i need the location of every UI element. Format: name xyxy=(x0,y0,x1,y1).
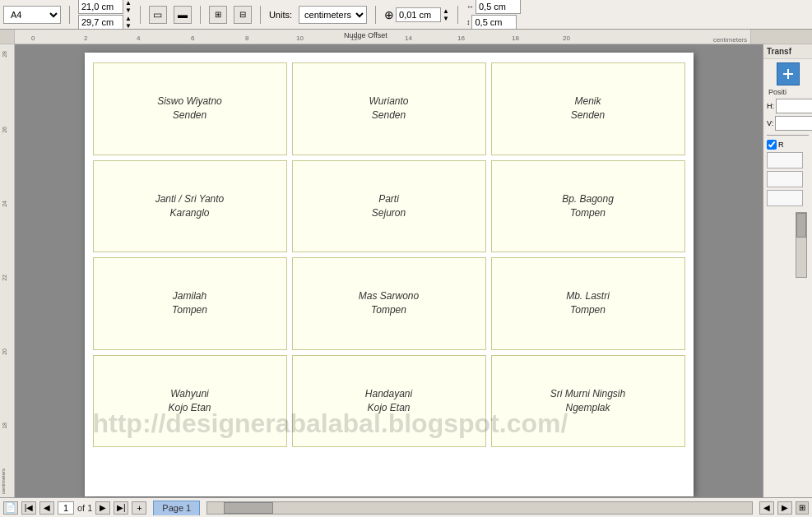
transform-panel: Transf Positi H: V: xyxy=(763,44,812,497)
label-cell-2[interactable]: MenikSenden xyxy=(491,62,685,155)
paper-size-select[interactable]: A4 xyxy=(3,6,61,24)
label-location-3: Karanglo xyxy=(169,206,209,220)
label-name-1: Wurianto xyxy=(369,95,408,108)
scrollbar-thumb[interactable] xyxy=(796,213,806,238)
landscape-btn[interactable]: ▬ xyxy=(174,6,192,24)
portrait-btn[interactable]: ▭ xyxy=(149,6,167,24)
page: Siswo WiyatnoSendenWuriantoSendenMenikSe… xyxy=(85,53,694,496)
snap-spinners: ▲ ▼ xyxy=(443,7,449,22)
v-scrollbar-container xyxy=(767,209,809,278)
first-page-btn[interactable]: |◀ xyxy=(21,501,36,515)
label-cell-5[interactable]: Bp. BagongTompen xyxy=(491,160,685,253)
next-page-btn[interactable]: ▶ xyxy=(95,501,110,515)
label-cell-9[interactable]: WahyuniKojo Etan xyxy=(93,355,287,448)
height-up-icon[interactable]: ▲ xyxy=(125,15,132,22)
empty-box-3 xyxy=(767,190,803,206)
height-down-icon[interactable]: ▼ xyxy=(125,22,132,30)
ruler-horizontal: Nudge Offset 0 2 4 6 8 10 12 14 16 18 20… xyxy=(0,30,812,44)
height-spinners: ▲ ▼ xyxy=(125,15,132,30)
page-number-input[interactable] xyxy=(58,501,74,515)
label-cell-1[interactable]: WuriantoSenden xyxy=(292,62,486,155)
label-name-9: Wahyuni xyxy=(170,387,208,401)
snap-down-icon[interactable]: ▼ xyxy=(443,15,449,22)
y-dim-icon: ↕ xyxy=(466,18,471,26)
x-dim-icon: ↔ xyxy=(466,2,474,11)
snap-input[interactable] xyxy=(396,7,441,22)
label-cell-8[interactable]: Mb. LastriTompen xyxy=(491,257,685,350)
page-icon: 📄 xyxy=(3,501,18,515)
h-scrollbar-thumb[interactable] xyxy=(224,502,273,514)
toolbar-separator-3 xyxy=(200,6,201,24)
label-cell-10[interactable]: HandayaniKojo Etan xyxy=(292,355,486,448)
width-up-icon[interactable]: ▲ xyxy=(125,0,132,7)
v-field-row: V: xyxy=(767,116,809,131)
xy-dim-group: ↔ ↕ xyxy=(466,0,521,30)
units-select[interactable]: centimeters xyxy=(299,6,367,24)
label-grid: Siswo WiyatnoSendenWuriantoSendenMenikSe… xyxy=(93,62,685,447)
label-location-4: Sejuron xyxy=(372,206,406,220)
x-dim-field: ↔ xyxy=(466,0,521,14)
resize-handle[interactable]: ⊞ xyxy=(796,501,809,515)
label-name-3: Janti / Sri Yanto xyxy=(155,192,225,206)
last-page-btn[interactable]: ▶| xyxy=(114,501,128,515)
width-input[interactable] xyxy=(78,0,123,14)
h-scrollbar[interactable] xyxy=(206,501,753,515)
height-input[interactable] xyxy=(78,15,123,30)
label-name-10: Handayani xyxy=(365,387,412,401)
width-spinners: ▲ ▼ xyxy=(125,0,132,14)
ruler-right-corner xyxy=(750,30,812,44)
v-scrollbar[interactable] xyxy=(796,212,807,278)
y-dim-input[interactable] xyxy=(471,15,517,30)
label-location-10: Kojo Etan xyxy=(367,401,410,415)
label-location-8: Tompen xyxy=(570,303,606,317)
page-of-text: of 1 xyxy=(77,503,92,513)
canvas-area[interactable]: Siswo WiyatnoSendenWuriantoSendenMenikSe… xyxy=(15,44,763,497)
snap-up-icon[interactable]: ▲ xyxy=(443,7,449,15)
label-name-11: Sri Murni Ningsih xyxy=(550,387,625,401)
page-tab[interactable]: Page 1 xyxy=(153,501,200,515)
width-field: ▲ ▼ xyxy=(78,0,132,14)
label-name-5: Bp. Bagong xyxy=(562,192,614,206)
prev-page-btn[interactable]: ◀ xyxy=(39,501,54,515)
label-name-6: Jamilah xyxy=(173,289,206,303)
add-page-icon[interactable]: + xyxy=(132,501,146,515)
label-name-4: Parti xyxy=(378,192,399,206)
h-input[interactable] xyxy=(776,99,812,113)
page-layout-btn[interactable]: ⊞ xyxy=(209,6,227,24)
position-label: Positi xyxy=(767,88,809,96)
v-input[interactable] xyxy=(775,116,812,131)
label-cell-0[interactable]: Siswo WiyatnoSenden xyxy=(93,62,287,155)
label-cell-6[interactable]: JamilahTompen xyxy=(93,257,287,350)
width-down-icon[interactable]: ▼ xyxy=(125,7,132,14)
units-label: Units: xyxy=(269,10,292,20)
toolbar-separator-1 xyxy=(69,6,70,24)
label-name-8: Mb. Lastri xyxy=(566,289,610,303)
scroll-right-btn[interactable]: ▶ xyxy=(777,501,792,515)
checkbox-label-1: R xyxy=(778,141,784,149)
label-location-1: Senden xyxy=(372,108,406,122)
snap-icon: ⊕ xyxy=(384,8,394,21)
h-field-row: H: xyxy=(767,99,809,113)
label-cell-7[interactable]: Mas SarwonoTompen xyxy=(292,257,486,350)
label-location-0: Senden xyxy=(173,108,206,122)
label-name-2: Menik xyxy=(574,95,601,108)
h-label: H: xyxy=(767,102,774,110)
x-dim-input[interactable] xyxy=(476,0,521,14)
transform-content: Positi H: V: R xyxy=(763,59,812,281)
scroll-left-btn[interactable]: ◀ xyxy=(759,501,774,515)
checkbox-1[interactable] xyxy=(767,140,777,150)
dimension-group: ▲ ▼ ▲ ▼ xyxy=(78,0,132,30)
ruler-v-ticks: 28 26 24 22 20 18 centimeters xyxy=(0,44,14,497)
label-location-7: Tompen xyxy=(371,303,406,317)
snap-group: ⊕ ▲ ▼ xyxy=(384,7,449,22)
toolbar-separator-2 xyxy=(140,6,141,24)
label-cell-3[interactable]: Janti / Sri YantoKaranglo xyxy=(93,160,287,253)
page-layout-btn2[interactable]: ⊟ xyxy=(234,6,252,24)
label-cell-11[interactable]: Sri Murni NingsihNgemplak xyxy=(491,355,685,448)
label-location-11: Ngemplak xyxy=(565,401,610,415)
transform-title: Transf xyxy=(763,44,812,59)
label-cell-4[interactable]: PartiSejuron xyxy=(292,160,486,253)
label-location-5: Tompen xyxy=(570,206,606,220)
label-location-9: Kojo Etan xyxy=(168,401,211,415)
transform-add-btn[interactable] xyxy=(777,62,800,85)
